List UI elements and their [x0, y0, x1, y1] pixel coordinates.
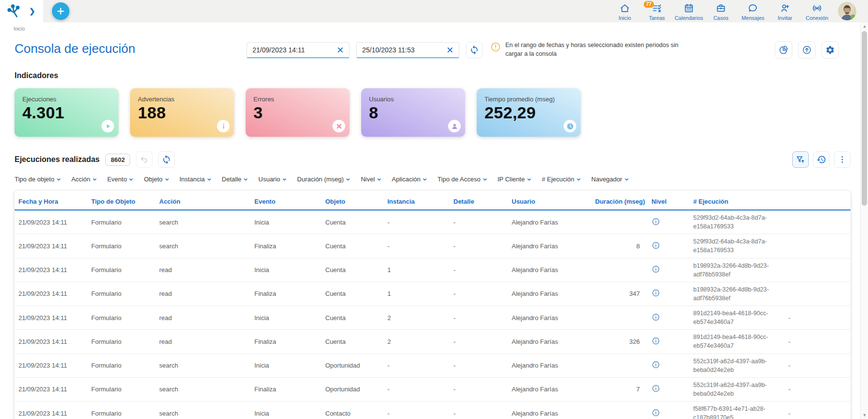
- col-header-Duración (mseg): Duración (mseg): [591, 193, 648, 210]
- chevron-down-icon: [526, 177, 532, 182]
- undo-icon: [139, 155, 149, 164]
- filter-navegador[interactable]: Navegador: [591, 176, 630, 183]
- undo-button[interactable]: [136, 151, 152, 168]
- settings-button[interactable]: [821, 41, 839, 59]
- nav-item-inicio[interactable]: Inicio: [609, 1, 641, 21]
- more-options-button[interactable]: [834, 151, 851, 168]
- cell-extra: [785, 258, 851, 282]
- online-status-dot: [851, 15, 856, 20]
- clock-icon[interactable]: [564, 120, 576, 132]
- nivel-info-icon[interactable]: [651, 384, 660, 393]
- filter-objeto[interactable]: Objeto: [144, 176, 169, 183]
- cell-detalle: -: [450, 402, 508, 419]
- filter-acci-n[interactable]: Acción: [71, 176, 98, 183]
- clear-date-from-icon[interactable]: [337, 47, 344, 53]
- history-button[interactable]: [813, 151, 830, 168]
- nivel-info-icon[interactable]: [651, 313, 660, 322]
- filter-icon: [796, 155, 805, 164]
- person-add-icon: [780, 3, 790, 14]
- person-icon[interactable]: [448, 120, 461, 132]
- breadcrumb[interactable]: Inicio: [0, 22, 868, 32]
- sidebar-expand-icon[interactable]: ❯: [29, 7, 35, 16]
- nivel-info-icon[interactable]: [651, 265, 660, 274]
- cell-usuario: Alejandro Farías: [508, 306, 591, 330]
- nivel-info-icon[interactable]: [651, 337, 660, 345]
- nav-item-casos[interactable]: Casos: [705, 1, 737, 21]
- filter-aplicaci-n[interactable]: Aplicación: [392, 176, 428, 183]
- table-row[interactable]: 21/09/2023 14:11FormulariosearchIniciaOp…: [15, 354, 851, 377]
- table-row[interactable]: 21/09/2023 14:11FormulariosearchIniciaCu…: [15, 210, 851, 234]
- cell-detalle: -: [450, 258, 508, 282]
- app-logo-icon[interactable]: [7, 4, 21, 18]
- nivel-info-icon[interactable]: [651, 408, 660, 417]
- cell-detalle: -: [450, 234, 508, 258]
- filter-detalle[interactable]: Detalle: [222, 176, 249, 183]
- table-row[interactable]: 21/09/2023 14:11FormularioreadFinalizaCu…: [15, 282, 851, 306]
- scroll-up-arrow[interactable]: ▲: [861, 22, 868, 30]
- nav-item-mensajes[interactable]: Mensajes: [737, 1, 769, 21]
- table-header-row: Fecha y HoraTipo de ObjetoAcciónEventoOb…: [15, 193, 851, 210]
- nivel-info-icon[interactable]: [651, 360, 660, 369]
- filter-evento[interactable]: Evento: [107, 176, 134, 183]
- cell-duracion: [591, 258, 648, 282]
- scroll-down-arrow[interactable]: ▼: [861, 411, 868, 419]
- refresh-dates-button[interactable]: [466, 42, 483, 58]
- nivel-info-icon[interactable]: [651, 217, 660, 226]
- kpi-card-5: Tiempo promedio (mseg)252,29: [477, 88, 581, 137]
- info-filled-icon[interactable]: [217, 120, 230, 132]
- charts-button[interactable]: [775, 41, 792, 59]
- filter-usuario[interactable]: Usuario: [258, 176, 287, 183]
- filter-tipo-de-acceso[interactable]: Tipo de Acceso: [437, 176, 487, 183]
- nav-item-calendarios[interactable]: Calendarios: [673, 1, 705, 21]
- filter-tipo-de-objeto[interactable]: Tipo de objeto: [15, 176, 62, 183]
- top-bar: ❯ Inicio77TareasCalendariosCasosMensajes…: [0, 0, 868, 22]
- cell-fecha: 21/09/2023 14:11: [15, 282, 87, 306]
- nav-icon-wrap: 77: [651, 3, 662, 15]
- kebab-menu-icon: [837, 155, 847, 164]
- close-icon[interactable]: [333, 120, 345, 132]
- table-row[interactable]: 21/09/2023 14:11FormulariosearchFinaliza…: [15, 377, 851, 401]
- executions-table: Fecha y HoraTipo de ObjetoAcciónEventoOb…: [15, 193, 851, 419]
- vertical-scrollbar-thumb[interactable]: [862, 31, 867, 206]
- filter-instancia[interactable]: Instancia: [180, 176, 212, 183]
- filter-label: Evento: [107, 176, 127, 183]
- upload-icon: [802, 45, 812, 55]
- play-icon[interactable]: [101, 120, 114, 132]
- filter-bar: Tipo de objetoAcciónEventoObjetoInstanci…: [15, 176, 853, 183]
- cell-evento: Finaliza: [250, 234, 321, 258]
- nivel-info-icon[interactable]: [651, 289, 660, 297]
- refresh-table-button[interactable]: [158, 151, 175, 168]
- export-button[interactable]: [798, 41, 816, 59]
- user-avatar[interactable]: [838, 2, 856, 20]
- nivel-info-icon[interactable]: [651, 241, 660, 250]
- cell-usuario: Alejandro Farías: [508, 354, 591, 377]
- chevron-down-icon: [164, 177, 170, 182]
- table-row[interactable]: 21/09/2023 14:11FormularioreadIniciaCuen…: [15, 306, 851, 330]
- date-to-input[interactable]: 25/10/2023 11:53: [356, 42, 459, 58]
- nav-item-tareas[interactable]: 77Tareas: [641, 1, 673, 21]
- cell-instancia: -: [384, 354, 450, 377]
- filter-ip-cliente[interactable]: IP Cliente: [498, 176, 532, 183]
- cell-evento: Inicia: [250, 258, 321, 282]
- cell-usuario: Alejandro Farías: [508, 234, 591, 258]
- table-row[interactable]: 21/09/2023 14:11FormulariosearchIniciaCo…: [15, 402, 851, 419]
- col-header-Acción: Acción: [155, 193, 250, 210]
- table-row[interactable]: 21/09/2023 14:11FormularioreadIniciaCuen…: [15, 258, 851, 282]
- cell-detalle: -: [450, 306, 508, 330]
- date-from-input[interactable]: 21/09/2023 14:11: [247, 42, 350, 58]
- filter-button[interactable]: [792, 151, 809, 168]
- filter-duraci-n-mseg[interactable]: Duración (mseg): [297, 176, 351, 183]
- cell-instancia: 1: [384, 258, 450, 282]
- table-row[interactable]: 21/09/2023 14:11FormulariosearchFinaliza…: [15, 234, 851, 258]
- warning-text: En el rango de fechas y horas selecciona…: [505, 41, 684, 58]
- nav-item-invitar[interactable]: Invitar: [769, 1, 801, 21]
- clear-date-to-icon[interactable]: [447, 47, 453, 53]
- nav-item-conexion[interactable]: Conexión: [801, 1, 833, 21]
- filter-nivel[interactable]: Nivel: [361, 176, 382, 183]
- cell-duracion: 7: [591, 377, 648, 401]
- plus-icon: [56, 7, 65, 16]
- filter-ejecuci-n[interactable]: # Ejecución: [542, 176, 582, 183]
- cell-fecha: 21/09/2023 14:11: [15, 377, 87, 401]
- add-button[interactable]: [52, 2, 69, 20]
- table-row[interactable]: 21/09/2023 14:11FormularioreadFinalizaCu…: [15, 330, 851, 354]
